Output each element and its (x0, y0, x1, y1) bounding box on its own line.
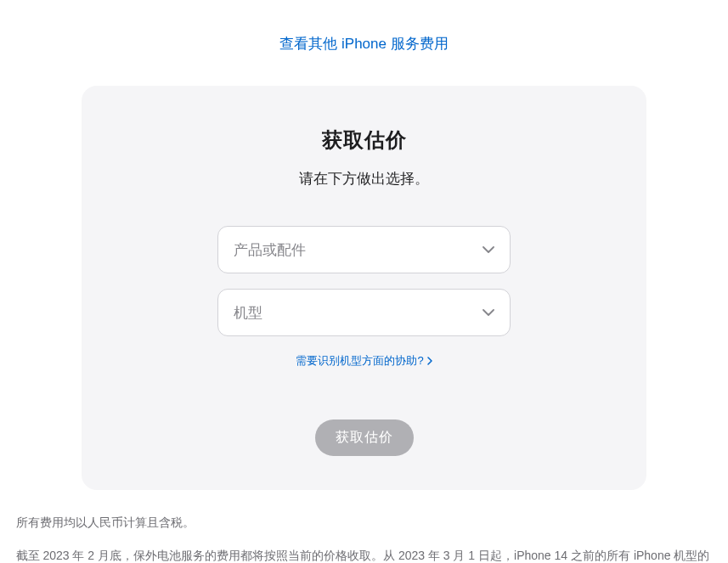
get-estimate-button[interactable]: 获取估价 (315, 419, 414, 456)
chevron-down-icon (483, 246, 494, 253)
footer-line-1: 所有费用均以人民币计算且含税。 (16, 512, 713, 533)
footer-line-2: 截至 2023 年 2 月底，保外电池服务的费用都将按照当前的价格收取。从 20… (16, 545, 713, 563)
card-title: 获取估价 (322, 127, 407, 154)
product-select[interactable]: 产品或配件 (217, 226, 511, 273)
chevron-right-icon (427, 353, 432, 369)
chevron-down-icon (483, 309, 494, 316)
other-service-fees-link[interactable]: 查看其他 iPhone 服务费用 (279, 34, 448, 53)
product-select-placeholder: 产品或配件 (234, 240, 306, 260)
help-identify-model-link[interactable]: 需要识别机型方面的协助? (296, 353, 423, 369)
model-select[interactable]: 机型 (217, 289, 511, 336)
card-subtitle: 请在下方做出选择。 (299, 169, 429, 189)
estimate-card: 获取估价 请在下方做出选择。 产品或配件 机型 (82, 86, 646, 490)
footer-disclaimer: 所有费用均以人民币计算且含税。 截至 2023 年 2 月底，保外电池服务的费用… (8, 512, 721, 563)
model-select-placeholder: 机型 (234, 303, 262, 323)
